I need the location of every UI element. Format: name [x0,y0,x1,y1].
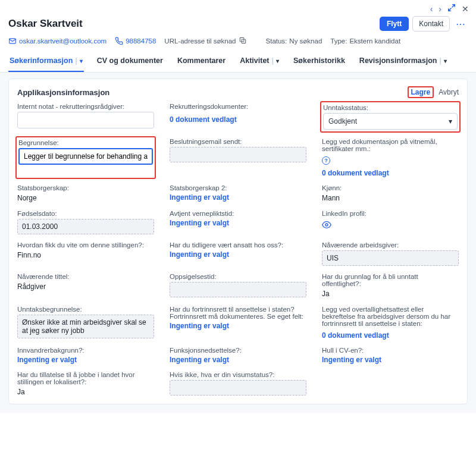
cancel-button[interactable]: Avbryt [439,88,459,96]
tab-revision[interactable]: Revisjonsinformasjon | ▾ [358,52,448,72]
kjonn-value: Mann [322,193,459,203]
close-icon[interactable]: ✕ [462,4,469,14]
rekr-dok-link[interactable]: 0 dokument vedlagt [170,112,306,124]
oppsigelse-box [170,282,306,297]
tab-history[interactable]: Søkerhistorikk [292,52,346,72]
chevron-down-icon: | [75,56,77,65]
rekr-dok-label: Rekrutteringsdokumenter: [170,103,306,110]
chevron-down-icon[interactable]: ▾ [276,58,279,64]
phone-icon [115,37,123,45]
statsborger-label: Statsborgerskap: [17,184,154,191]
tidligere-label: Har du tidligere vært ansatt hos oss?: [170,241,306,249]
statsborger-value: Norge [17,193,154,203]
copy-icon[interactable] [239,36,247,46]
fodsel-box: 01.03.2000 [17,219,154,234]
eye-icon[interactable] [322,220,459,231]
save-button[interactable]: Lagre [408,86,434,98]
intern-notat-label: Internt notat - rekrutteringsrådgiver: [17,103,154,110]
more-icon[interactable]: ⋯ [453,18,468,30]
panel-title: Applikasjonsinformasjon [17,88,109,97]
funksjon-value[interactable]: Ingenting er valgt [170,356,306,364]
innvandrer-label: Innvandrerbakgrunn?: [17,347,154,354]
visum-label: Hvis ikke, hva er din visumstatus?: [170,371,306,378]
status-value: Ny søknad [289,37,322,45]
navarende-arb-label: Nåværende arbeidsgiver: [322,241,459,249]
fortrinn-value[interactable]: Ingenting er valgt [170,322,306,330]
intern-notat-input[interactable] [17,112,154,128]
beslutning-label: Beslutningsemail sendt: [170,138,306,145]
chevron-down-icon: ▾ [449,117,452,125]
email-link[interactable]: oskar.skartveit@outlook.com [8,37,107,45]
linkedin-label: LinkedIn profil: [322,210,459,217]
funksjon-label: Funksjonsnedsettelse?: [170,347,306,354]
contact-button[interactable]: Kontakt [412,16,450,32]
navarende-tittel-value: Rådgiver [17,282,154,291]
statsborger2-label: Statsborgerskap 2: [170,184,306,191]
visum-box [170,380,306,395]
type-label: Type: [330,37,347,45]
tab-comments[interactable]: Kommentarer [176,52,227,72]
unntak-begr-box: Ønsker ikke at min arbeidsgiver skal se … [17,315,154,338]
jobb-landet-value: Ja [17,387,154,397]
type-value: Ekstern kandidat [349,37,400,45]
candidate-name: Oskar Skartveit [8,18,83,30]
move-button[interactable]: Flytt [380,17,409,31]
expand-icon[interactable] [447,4,456,14]
oppsigelse-label: Oppsigelsestid: [170,273,306,280]
hull-value[interactable]: Ingenting er valgt [322,356,459,364]
unntak-status-label: Unntaksstatus: [323,104,458,111]
overtall-value[interactable]: 0 dokument vedlagt [322,331,459,340]
phone-link[interactable]: 98884758 [115,37,156,45]
verneplikt-value[interactable]: Ingenting er valgt [170,219,306,227]
kjonn-label: Kjønn: [322,184,459,191]
tab-applicant-info[interactable]: Søkerinformasjon | ▾ [8,52,84,72]
statsborger2-value[interactable]: Ingenting er valgt [170,193,306,202]
begrunnelse-label: Begrunnelse: [18,139,153,146]
hull-label: Hull i CV-en?: [322,347,459,354]
hvordan-value: Finn.no [17,250,154,260]
next-icon[interactable]: › [439,4,441,14]
tab-cv[interactable]: CV og dokumenter [96,52,164,72]
fortrinn-label: Har du fortrinnsrett til ansettelse i st… [170,306,306,320]
grunnlag-label: Har du grunnlag for å bli unntatt offent… [322,273,459,287]
jobb-landet-label: Har du tillatelse til å jobbe i landet h… [17,371,154,385]
help-icon[interactable]: ? [322,156,330,165]
fodsel-label: Fødselsdato: [17,210,154,217]
tidligere-value[interactable]: Ingenting er valgt [170,250,306,259]
status-label: Status: [266,37,287,45]
chevron-down-icon[interactable]: ▾ [80,58,83,64]
tab-activity[interactable]: Aktivitet | ▾ [239,52,280,72]
svg-point-3 [325,224,328,226]
chevron-down-icon[interactable]: ▾ [444,58,447,64]
hvordan-label: Hvordan fikk du vite om denne stillingen… [17,241,154,249]
navarende-arb-box: UIS [322,250,459,266]
grunnlag-value: Ja [322,289,459,299]
email-icon [8,37,17,45]
verneplikt-label: Avtjent vernepliktstid: [170,210,306,217]
overtall-label: Legg ved overtallighetsattest eller bekr… [322,306,459,327]
url-label: URL-adresse til søknad [164,37,236,45]
unntak-status-select[interactable]: Godkjent ▾ [323,113,458,130]
beslutning-box [170,147,306,162]
vedlegg-link[interactable]: 0 dokument vedlagt [322,169,459,177]
navarende-tittel-label: Nåværende tittel: [17,273,154,280]
innvandrer-value[interactable]: Ingenting er valgt [17,356,154,364]
begrunnelse-input[interactable] [18,148,153,165]
prev-icon[interactable]: ‹ [430,4,433,14]
vedlegg-label: Legg ved dokumentasjon på vitnemål, sert… [322,138,459,152]
unntak-begr-label: Unntaksbegrunnelse: [17,306,154,313]
